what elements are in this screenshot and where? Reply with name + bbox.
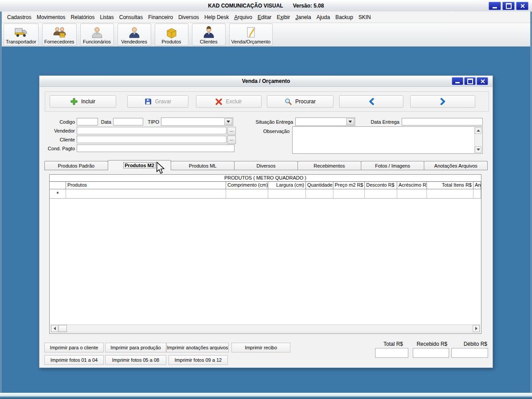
- imprimir-fotos-01-04-button[interactable]: Imprimir fotos 01 a 04: [44, 355, 104, 365]
- menu-item-relatorios[interactable]: Relatórios: [68, 13, 97, 22]
- menu-item-skin[interactable]: SKIN: [356, 13, 373, 22]
- toolbar-label: Vendedores: [121, 39, 147, 45]
- tab-produtos-m2[interactable]: Produtos M2: [108, 160, 172, 170]
- procurar-button[interactable]: Procurar: [267, 95, 333, 108]
- maximize-button[interactable]: [502, 2, 515, 10]
- observacao-textarea[interactable]: [292, 126, 483, 154]
- menu-item-movimentos[interactable]: Movimentos: [34, 13, 68, 22]
- tab-diversos[interactable]: Diversos: [234, 161, 298, 170]
- tab-fotos-imagens[interactable]: Fotos / Imagens: [361, 161, 425, 170]
- grid-cell[interactable]: [365, 189, 397, 198]
- vendedor-input[interactable]: [77, 127, 227, 134]
- menu-item-diversos[interactable]: Diversos: [176, 13, 202, 22]
- toolbar-button-produtos[interactable]: Produtos: [155, 23, 188, 46]
- search-icon: [285, 98, 292, 105]
- scroll-up-button[interactable]: [475, 127, 481, 134]
- menu-item-editar[interactable]: Editar: [255, 13, 274, 22]
- menu-item-financeiro[interactable]: Financeiro: [145, 13, 176, 22]
- tipo-label: TIPO: [145, 118, 159, 125]
- client-icon: [202, 26, 215, 39]
- toolbar-button-vendedores[interactable]: Vendedores: [117, 23, 151, 46]
- chevron-down-icon[interactable]: [346, 118, 354, 125]
- scroll-right-button[interactable]: [473, 325, 480, 332]
- chevron-down-icon[interactable]: [224, 118, 232, 125]
- toolbar-label: Produtos: [162, 39, 181, 45]
- grid-cell[interactable]: [268, 189, 306, 198]
- recebido-input[interactable]: [413, 348, 449, 358]
- toolbar-button-venda-orcamento[interactable]: Venda/Orçamento: [229, 23, 273, 46]
- next-record-button[interactable]: [410, 95, 475, 108]
- grid-cell[interactable]: [473, 189, 481, 198]
- tab-produtos-ml[interactable]: Produtos ML: [171, 161, 235, 170]
- menu-item-arquivo[interactable]: Arquivo: [231, 13, 255, 22]
- observacao-label: Observação: [258, 128, 289, 135]
- vendedor-browse-button[interactable]: ...: [227, 127, 236, 135]
- column-header-total-itens: Total Itens R$: [427, 182, 473, 189]
- cliente-browse-button[interactable]: ...: [227, 136, 236, 144]
- imprimir-fotos-09-12-button[interactable]: Imprimir fotos 09 a 12: [168, 355, 228, 365]
- cond-pagto-label: Cond. Pagto: [42, 145, 75, 152]
- excluir-button[interactable]: Excluir: [196, 95, 262, 108]
- debito-input[interactable]: [451, 348, 488, 358]
- grid-cell[interactable]: [427, 189, 473, 198]
- toolbar-button-transportador[interactable]: Transportador: [4, 23, 39, 46]
- toolbar-label: Fornecedores: [44, 39, 74, 45]
- dialog-maximize-button[interactable]: [464, 77, 476, 85]
- menu-item-cadastros[interactable]: Cadastros: [4, 13, 34, 22]
- column-header-produtos: Produtos: [66, 182, 226, 189]
- menu-item-consultas[interactable]: Consultas: [117, 13, 145, 22]
- close-icon: [520, 4, 525, 8]
- grid-new-row[interactable]: *: [50, 189, 481, 199]
- tab-produtos-padrao[interactable]: Produtos Padrão: [44, 161, 108, 170]
- new-row-marker: *: [50, 189, 66, 198]
- column-header-anotacao: An: [473, 182, 481, 189]
- delete-x-icon: [215, 98, 222, 105]
- close-button[interactable]: [516, 2, 528, 10]
- column-header-desconto: Desconto R$: [365, 182, 397, 189]
- total-input[interactable]: [375, 348, 408, 358]
- imprimir-fotos-05-08-button[interactable]: Imprimir fotos 05 a 08: [105, 355, 166, 365]
- observacao-scrollbar[interactable]: [474, 127, 482, 153]
- imprimir-recibo-button[interactable]: Imprimir recibo: [231, 343, 290, 352]
- cliente-input[interactable]: [77, 136, 227, 143]
- tab-recebimentos[interactable]: Recebimentos: [297, 161, 361, 170]
- cond-pagto-input[interactable]: [77, 145, 235, 152]
- arrow-down-icon: [477, 149, 480, 151]
- data-entrega-input[interactable]: [402, 118, 483, 125]
- toolbar-button-funcionarios[interactable]: Funcionários: [80, 23, 114, 46]
- menu-item-backup[interactable]: Backup: [332, 13, 356, 22]
- dialog-minimize-button[interactable]: [452, 77, 463, 85]
- scroll-left-button[interactable]: [51, 325, 58, 332]
- imprimir-cliente-button[interactable]: Imprimir para o cliente: [44, 343, 104, 352]
- menu-item-help-desk[interactable]: Help Desk: [202, 13, 231, 22]
- menu-item-ajuda[interactable]: Ajuda: [314, 13, 333, 22]
- scroll-down-button[interactable]: [475, 146, 481, 153]
- previous-record-button[interactable]: [339, 95, 403, 108]
- grid-cell[interactable]: [306, 189, 333, 198]
- codigo-input[interactable]: [77, 118, 98, 125]
- minimize-icon: [455, 82, 460, 83]
- toolbar-button-fornecedores[interactable]: Fornecedores: [42, 23, 77, 46]
- imprimir-producao-button[interactable]: Imprimir para produção: [105, 343, 166, 352]
- grid-cell[interactable]: [226, 189, 268, 198]
- grid-cell[interactable]: [333, 189, 365, 198]
- minimize-button[interactable]: [489, 2, 501, 10]
- grid-horizontal-scrollbar[interactable]: [51, 325, 480, 332]
- menu-item-listas[interactable]: Listas: [97, 13, 116, 22]
- dialog-close-button[interactable]: [477, 77, 488, 85]
- gravar-button[interactable]: Gravar: [127, 95, 188, 108]
- app-title-text: KAD COMUNICAÇÃO VISUAL: [208, 3, 283, 9]
- grid-cell[interactable]: [66, 189, 226, 198]
- maximize-icon: [506, 3, 512, 9]
- grid-cell[interactable]: [397, 189, 427, 198]
- situacao-entrega-select[interactable]: [295, 117, 355, 126]
- tab-anotacoes-arquivos[interactable]: Anotações Arquivos: [424, 161, 488, 170]
- scrollbar-thumb[interactable]: [59, 325, 67, 332]
- imprimir-anotacoes-button[interactable]: Imprimir anotações arquivos: [166, 343, 229, 352]
- menu-item-janela[interactable]: Janela: [293, 13, 313, 22]
- tipo-select[interactable]: [161, 117, 233, 126]
- incluir-button[interactable]: Incluir: [50, 95, 116, 108]
- toolbar-button-clientes[interactable]: Clientes: [192, 23, 226, 46]
- menu-item-exibir[interactable]: Exibir: [274, 13, 293, 22]
- data-input[interactable]: [113, 118, 143, 125]
